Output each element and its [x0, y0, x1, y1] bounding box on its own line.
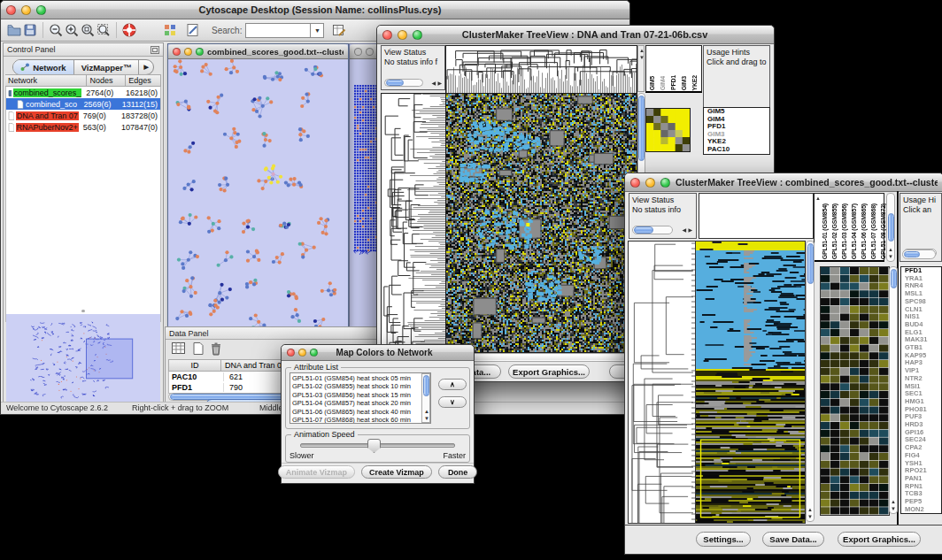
attribute-browser-icon[interactable]: [331, 22, 347, 38]
scroll-left-icon[interactable]: ◀: [431, 81, 436, 86]
birdseye-view-canvas[interactable]: [6, 314, 160, 406]
treeview1-titlebar[interactable]: ClusterMaker TreeView : DNA and Tran 07-…: [377, 26, 774, 44]
usage-hints-title: Usage Hints: [706, 48, 767, 58]
save-data-button[interactable]: Save Data...: [762, 532, 824, 547]
treeview2-column-dendrogram-area[interactable]: [699, 193, 814, 239]
attribute-list-item[interactable]: GPL51-04 (GSM857) heat shock 20 min: [290, 399, 430, 407]
save-icon[interactable]: [22, 22, 38, 38]
column-label[interactable]: GPL51-06 (GSM865): [860, 203, 868, 259]
attribute-list-scrollbar[interactable]: ▲▼: [421, 373, 430, 423]
attribute-list-item[interactable]: GPL51-07 (GSM868) heat shock 60 min: [290, 416, 430, 424]
zoom-icon[interactable]: [196, 48, 204, 56]
column-label[interactable]: GIM4: [659, 76, 667, 90]
mini-scroll-strip[interactable]: ▲▼: [637, 45, 645, 92]
zoom-in-icon[interactable]: [64, 22, 80, 38]
usage-hints-text: Click an: [903, 205, 938, 215]
minimize-button[interactable]: [645, 178, 655, 188]
global-heatmap-canvas[interactable]: [695, 241, 806, 524]
network-view-canvas[interactable]: [168, 59, 346, 326]
tab-overflow-button[interactable]: ▶: [139, 60, 152, 74]
attribute-list-item[interactable]: GPL51-02 (GSM855) heat shock 10 min: [290, 382, 430, 390]
settings-button[interactable]: Settings...: [696, 532, 751, 547]
column-label[interactable]: GPL51-01 (GSM854): [821, 203, 829, 259]
column-label[interactable]: YKE2: [691, 75, 699, 91]
attribute-list-item[interactable]: GPL51-06 (GSM865) heat shock 40 min: [290, 408, 430, 416]
network-row-selected[interactable]: combined_sco 2569(6) 13112(15): [6, 98, 160, 110]
zoomed-heatmap-canvas[interactable]: [820, 266, 890, 516]
export-graphics-button[interactable]: Export Graphics...: [838, 532, 921, 547]
minimize-icon[interactable]: [184, 48, 192, 56]
gene-label[interactable]: PAC10: [706, 146, 769, 154]
attribute-list-item[interactable]: GPL51-03 (GSM856) heat shock 15 min: [290, 391, 430, 399]
zoom-button[interactable]: [413, 30, 422, 40]
column-label[interactable]: GPL51-02 (GSM855): [830, 203, 838, 259]
select-attributes-icon[interactable]: [171, 341, 187, 359]
search-dropdown[interactable]: ▼: [311, 23, 324, 38]
attribute-listbox[interactable]: GPL51-01 (GSM854) heat shock 05 minGPL51…: [290, 372, 431, 424]
column-labels-scrollbar[interactable]: ▲▼: [886, 193, 895, 262]
network-window-1-titlebar[interactable]: combined_scores_good.txt--cluste...: [168, 44, 348, 59]
panel-divider[interactable]: [5, 309, 161, 313]
column-label[interactable]: PFD1: [669, 75, 677, 90]
minimize-button[interactable]: [298, 349, 306, 357]
open-folder-icon[interactable]: [6, 22, 22, 38]
move-down-button[interactable]: ∨: [438, 396, 467, 408]
float-panel-icon[interactable]: [151, 42, 159, 58]
row-dendrogram-canvas[interactable]: [628, 241, 696, 524]
create-attribute-icon[interactable]: [192, 341, 205, 359]
treeview2-titlebar[interactable]: ClusterMaker TreeView : combined_scores_…: [625, 173, 942, 192]
genelist-hscrollbar[interactable]: [902, 249, 936, 259]
panel-icon[interactable]: [162, 22, 178, 38]
close-icon[interactable]: [173, 48, 181, 56]
column-label[interactable]: GIM3: [680, 76, 688, 90]
zoom-fit-icon[interactable]: [96, 22, 112, 38]
column-label[interactable]: GPL51-04 (GSM857): [850, 203, 858, 259]
move-up-button[interactable]: ∧: [438, 379, 467, 390]
gene-label[interactable]: MON2: [903, 506, 941, 514]
global-heatmap-canvas[interactable]: [445, 93, 637, 353]
close-button[interactable]: [382, 30, 392, 40]
scroll-right-icon[interactable]: ▶: [437, 81, 442, 86]
close-button[interactable]: [6, 5, 16, 15]
zoom-selected-icon[interactable]: [80, 22, 96, 38]
detail-vscrollbar[interactable]: ▲▼: [889, 266, 898, 514]
column-label[interactable]: GPL51-03 (GSM856): [840, 203, 848, 259]
zoom-out-icon[interactable]: [48, 22, 64, 38]
annotation-icon[interactable]: [185, 22, 201, 38]
close-button[interactable]: [287, 349, 295, 357]
minimize-icon[interactable]: [366, 48, 374, 56]
zoom-button[interactable]: [36, 5, 46, 15]
create-vizmap-button[interactable]: Create Vizmap: [361, 465, 432, 479]
minimize-button[interactable]: [398, 30, 407, 40]
speed-slider-thumb[interactable]: [367, 439, 381, 453]
dialog-titlebar[interactable]: Map Colors to Network: [282, 345, 474, 361]
export-graphics-button[interactable]: Export Graphics...: [508, 364, 590, 379]
column-dendrogram-canvas[interactable]: [445, 45, 637, 94]
done-button[interactable]: Done: [438, 465, 478, 479]
overview-vscrollbar[interactable]: ▲▼: [806, 241, 815, 522]
search-input[interactable]: [245, 23, 311, 38]
selected-cluster-heatmap-canvas[interactable]: [645, 108, 691, 152]
animate-vizmap-button[interactable]: Animate Vizmap: [278, 465, 355, 479]
cytoscape-titlebar[interactable]: Cytoscape Desktop (Session Name: collins…: [1, 1, 629, 19]
close-button[interactable]: [630, 178, 640, 188]
close-icon[interactable]: [354, 48, 362, 56]
row-dendrogram-canvas[interactable]: [381, 93, 447, 353]
scroll-left-icon[interactable]: ◀: [682, 227, 686, 233]
view-status-scrollbar[interactable]: [632, 226, 673, 234]
network-row[interactable]: DNA and Tran 07 769(0) 183728(0): [6, 110, 160, 121]
column-label[interactable]: GPL51-07 (GSM868): [869, 203, 877, 259]
network-row[interactable]: RNAPuberNov2+ 563(0) 107847(0): [6, 121, 160, 133]
delete-attribute-icon[interactable]: [210, 341, 222, 359]
zoom-button[interactable]: [310, 349, 318, 357]
attribute-list-item[interactable]: GPL51-01 (GSM854) heat shock 05 min: [290, 374, 430, 382]
tab-vizmapper[interactable]: VizMapper™: [74, 60, 140, 74]
minimize-button[interactable]: [21, 5, 31, 15]
help-icon[interactable]: [121, 22, 137, 38]
zoom-button[interactable]: [660, 178, 670, 188]
tab-network[interactable]: Network: [13, 60, 73, 74]
column-label[interactable]: GIM5: [648, 76, 656, 90]
network-row[interactable]: combined_scores_ 2764(0) 16218(0): [6, 87, 160, 98]
scroll-right-icon[interactable]: ▶: [688, 227, 692, 233]
view-status-scrollbar[interactable]: [384, 79, 423, 87]
